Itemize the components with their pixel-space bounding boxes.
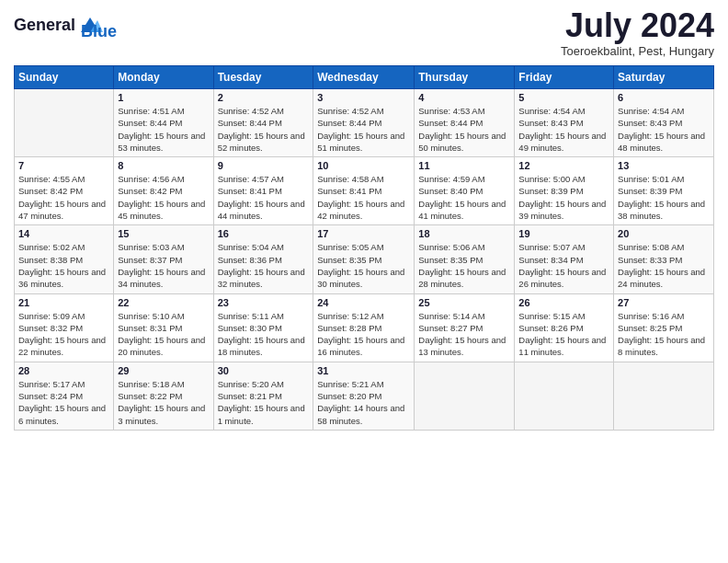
day-info: Sunrise: 4:52 AMSunset: 8:44 PMDaylight:… [218,105,310,154]
day-number: 15 [118,228,209,239]
calendar-cell: 20Sunrise: 5:08 AMSunset: 8:33 PMDayligh… [614,225,714,293]
logo-blue: Blue [81,22,117,41]
day-number: 31 [317,365,410,376]
day-info: Sunrise: 5:00 AMSunset: 8:39 PMDaylight:… [518,173,609,222]
calendar-cell: 2Sunrise: 4:52 AMSunset: 8:44 PMDaylight… [213,89,313,157]
day-info: Sunrise: 5:07 AMSunset: 8:34 PMDaylight:… [518,241,609,290]
day-info: Sunrise: 5:20 AMSunset: 8:21 PMDaylight:… [218,378,310,427]
calendar-table: Sunday Monday Tuesday Wednesday Thursday… [14,65,714,431]
calendar-cell: 24Sunrise: 5:12 AMSunset: 8:28 PMDayligh… [313,293,415,362]
day-info: Sunrise: 5:21 AMSunset: 8:20 PMDaylight:… [317,378,410,427]
day-info: Sunrise: 5:12 AMSunset: 8:28 PMDaylight:… [317,310,410,359]
col-sunday: Sunday [15,66,114,89]
calendar-cell: 29Sunrise: 5:18 AMSunset: 8:22 PMDayligh… [114,362,213,430]
calendar-cell: 15Sunrise: 5:03 AMSunset: 8:37 PMDayligh… [114,225,213,293]
day-number: 6 [618,92,710,103]
calendar-cell: 8Sunrise: 4:56 AMSunset: 8:42 PMDaylight… [114,157,213,225]
col-wednesday: Wednesday [313,66,415,89]
calendar-cell: 5Sunrise: 4:54 AMSunset: 8:43 PMDaylight… [515,89,614,157]
calendar-cell: 17Sunrise: 5:05 AMSunset: 8:35 PMDayligh… [313,225,415,293]
day-info: Sunrise: 4:52 AMSunset: 8:44 PMDaylight:… [317,105,410,154]
day-number: 4 [418,92,510,103]
calendar-cell: 7Sunrise: 4:55 AMSunset: 8:42 PMDaylight… [15,157,114,225]
calendar-cell: 10Sunrise: 4:58 AMSunset: 8:41 PMDayligh… [313,157,415,225]
day-info: Sunrise: 5:18 AMSunset: 8:22 PMDaylight:… [118,378,209,427]
day-info: Sunrise: 5:01 AMSunset: 8:39 PMDaylight:… [618,173,710,222]
day-number: 26 [518,297,609,308]
day-number: 24 [317,297,410,308]
header-row: Sunday Monday Tuesday Wednesday Thursday… [15,66,714,89]
logo: General Blue [14,9,117,41]
calendar-cell: 25Sunrise: 5:14 AMSunset: 8:27 PMDayligh… [415,293,515,362]
calendar-cell: 30Sunrise: 5:20 AMSunset: 8:21 PMDayligh… [213,362,313,430]
col-friday: Friday [515,66,614,89]
day-number: 29 [118,365,209,376]
day-number: 21 [18,297,109,308]
calendar-cell: 6Sunrise: 4:54 AMSunset: 8:43 PMDaylight… [614,89,714,157]
day-number: 7 [18,160,109,171]
calendar-cell: 21Sunrise: 5:09 AMSunset: 8:32 PMDayligh… [15,293,114,362]
day-number: 27 [618,297,710,308]
calendar-cell [515,362,614,430]
day-info: Sunrise: 4:55 AMSunset: 8:42 PMDaylight:… [18,173,109,222]
calendar-cell [15,89,114,157]
day-info: Sunrise: 5:04 AMSunset: 8:36 PMDaylight:… [218,241,310,290]
day-number: 12 [518,160,609,171]
day-number: 11 [418,160,510,171]
day-number: 1 [118,92,209,103]
calendar-week-0: 1Sunrise: 4:51 AMSunset: 8:44 PMDaylight… [15,89,714,157]
col-monday: Monday [114,66,213,89]
day-info: Sunrise: 4:56 AMSunset: 8:42 PMDaylight:… [118,173,209,222]
day-number: 23 [218,297,310,308]
day-info: Sunrise: 4:53 AMSunset: 8:44 PMDaylight:… [418,105,510,154]
calendar-cell: 14Sunrise: 5:02 AMSunset: 8:38 PMDayligh… [15,225,114,293]
day-number: 10 [317,160,410,171]
calendar-cell: 19Sunrise: 5:07 AMSunset: 8:34 PMDayligh… [515,225,614,293]
day-info: Sunrise: 5:14 AMSunset: 8:27 PMDaylight:… [418,310,510,359]
calendar-cell: 27Sunrise: 5:16 AMSunset: 8:25 PMDayligh… [614,293,714,362]
day-info: Sunrise: 4:51 AMSunset: 8:44 PMDaylight:… [118,105,209,154]
day-info: Sunrise: 5:15 AMSunset: 8:26 PMDaylight:… [518,310,609,359]
day-info: Sunrise: 4:57 AMSunset: 8:41 PMDaylight:… [218,173,310,222]
calendar-cell: 26Sunrise: 5:15 AMSunset: 8:26 PMDayligh… [515,293,614,362]
calendar-cell: 13Sunrise: 5:01 AMSunset: 8:39 PMDayligh… [614,157,714,225]
calendar-cell [614,362,714,430]
day-info: Sunrise: 4:59 AMSunset: 8:40 PMDaylight:… [418,173,510,222]
logo-general: General [14,16,75,35]
calendar-week-4: 28Sunrise: 5:17 AMSunset: 8:24 PMDayligh… [15,362,714,430]
day-number: 8 [118,160,209,171]
day-number: 18 [418,228,510,239]
day-number: 9 [218,160,310,171]
logo-text: General Blue [14,9,117,41]
day-number: 14 [18,228,109,239]
day-number: 2 [218,92,310,103]
calendar-cell: 23Sunrise: 5:11 AMSunset: 8:30 PMDayligh… [213,293,313,362]
calendar-cell: 22Sunrise: 5:10 AMSunset: 8:31 PMDayligh… [114,293,213,362]
day-info: Sunrise: 4:58 AMSunset: 8:41 PMDaylight:… [317,173,410,222]
day-number: 19 [518,228,609,239]
day-number: 13 [618,160,710,171]
day-info: Sunrise: 5:02 AMSunset: 8:38 PMDaylight:… [18,241,109,290]
day-info: Sunrise: 5:03 AMSunset: 8:37 PMDaylight:… [118,241,209,290]
col-saturday: Saturday [614,66,714,89]
day-info: Sunrise: 5:16 AMSunset: 8:25 PMDaylight:… [618,310,710,359]
header: General Blue July 2024 Toeroekbalint, Pe… [14,9,714,58]
calendar-cell: 4Sunrise: 4:53 AMSunset: 8:44 PMDaylight… [415,89,515,157]
day-info: Sunrise: 4:54 AMSunset: 8:43 PMDaylight:… [518,105,609,154]
title-block: July 2024 Toeroekbalint, Pest, Hungary [561,9,714,58]
calendar-cell: 28Sunrise: 5:17 AMSunset: 8:24 PMDayligh… [15,362,114,430]
day-number: 25 [418,297,510,308]
month-year: July 2024 [561,9,714,42]
col-thursday: Thursday [415,66,515,89]
location: Toeroekbalint, Pest, Hungary [561,44,714,58]
day-number: 5 [518,92,609,103]
calendar-cell: 18Sunrise: 5:06 AMSunset: 8:35 PMDayligh… [415,225,515,293]
day-info: Sunrise: 4:54 AMSunset: 8:43 PMDaylight:… [618,105,710,154]
day-info: Sunrise: 5:08 AMSunset: 8:33 PMDaylight:… [618,241,710,290]
day-number: 30 [218,365,310,376]
day-number: 28 [18,365,109,376]
calendar-cell: 1Sunrise: 4:51 AMSunset: 8:44 PMDaylight… [114,89,213,157]
col-tuesday: Tuesday [213,66,313,89]
day-info: Sunrise: 5:06 AMSunset: 8:35 PMDaylight:… [418,241,510,290]
day-number: 16 [218,228,310,239]
